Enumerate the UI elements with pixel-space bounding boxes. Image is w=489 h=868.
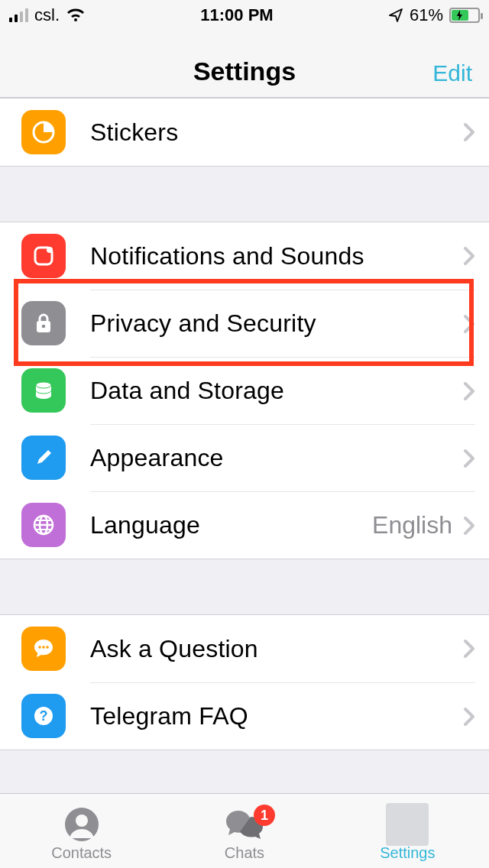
row-label: Data and Storage <box>90 377 463 405</box>
svg-point-14 <box>46 646 49 649</box>
svg-point-13 <box>42 646 45 649</box>
brush-icon <box>21 436 66 480</box>
notifications-icon <box>21 234 66 278</box>
contacts-icon <box>63 805 100 844</box>
row-label: Appearance <box>90 444 463 472</box>
settings-group-stickers: Stickers <box>0 98 489 167</box>
svg-text:?: ? <box>40 708 48 724</box>
row-appearance[interactable]: Appearance <box>0 424 489 491</box>
tab-chats[interactable]: 1 Chats <box>163 794 325 868</box>
section-gap <box>0 167 489 222</box>
page-title: Settings <box>193 57 296 86</box>
tab-settings[interactable]: Settings <box>326 794 489 868</box>
chevron-right-icon <box>463 707 475 727</box>
row-data-storage[interactable]: Data and Storage <box>0 357 489 424</box>
row-label: Telegram FAQ <box>90 702 463 730</box>
tab-label: Contacts <box>51 844 112 862</box>
row-privacy[interactable]: Privacy and Security <box>0 290 489 357</box>
row-stickers[interactable]: Stickers <box>0 99 489 166</box>
svg-point-12 <box>38 646 41 649</box>
row-notifications[interactable]: Notifications and Sounds <box>0 222 489 290</box>
settings-group-main: Notifications and Sounds Privacy and Sec… <box>0 222 489 559</box>
tab-label: Chats <box>225 844 264 862</box>
row-value: English <box>372 511 452 539</box>
question-icon: ? <box>21 694 66 738</box>
settings-icon <box>386 805 429 844</box>
row-ask-question[interactable]: Ask a Question <box>0 615 489 682</box>
chevron-right-icon <box>463 639 475 659</box>
row-label: Language <box>90 511 372 539</box>
row-label: Stickers <box>90 118 463 147</box>
battery-percent: 61% <box>410 5 443 25</box>
row-label: Ask a Question <box>90 635 463 663</box>
status-bar: csl. 11:00 PM 61% <box>0 0 489 31</box>
carrier-label: csl. <box>34 5 60 25</box>
chats-icon: 1 <box>223 805 266 844</box>
chevron-right-icon <box>463 381 475 401</box>
tab-label: Settings <box>380 844 435 862</box>
edit-button[interactable]: Edit <box>432 60 472 86</box>
chats-badge: 1 <box>254 805 275 826</box>
chat-bubble-icon <box>21 627 66 671</box>
wifi-icon <box>66 8 86 23</box>
svg-point-2 <box>47 247 53 253</box>
section-gap <box>0 559 489 614</box>
location-arrow-icon <box>388 8 403 23</box>
svg-point-4 <box>42 325 46 329</box>
status-time: 11:00 PM <box>200 5 273 25</box>
settings-group-support: Ask a Question ? Telegram FAQ <box>0 614 489 750</box>
nav-header: Settings Edit <box>0 31 489 98</box>
cellular-signal-icon <box>9 8 28 22</box>
svg-point-18 <box>76 815 88 827</box>
chevron-right-icon <box>463 246 475 266</box>
chevron-right-icon <box>463 449 475 468</box>
row-label: Notifications and Sounds <box>90 242 463 270</box>
row-label: Privacy and Security <box>90 309 463 338</box>
database-icon <box>21 368 66 413</box>
battery-icon <box>449 8 480 23</box>
status-left: csl. <box>9 5 86 25</box>
chevron-right-icon <box>463 516 475 536</box>
chevron-right-icon <box>463 314 475 334</box>
row-faq[interactable]: ? Telegram FAQ <box>0 682 489 750</box>
stickers-icon <box>21 110 66 154</box>
lock-icon <box>21 301 66 345</box>
tab-bar: Contacts 1 Chats Settings <box>0 793 489 868</box>
status-right: 61% <box>388 5 480 25</box>
row-language[interactable]: Language English <box>0 491 489 559</box>
chevron-right-icon <box>463 122 475 142</box>
tab-contacts[interactable]: Contacts <box>0 794 163 868</box>
globe-icon <box>21 503 66 547</box>
